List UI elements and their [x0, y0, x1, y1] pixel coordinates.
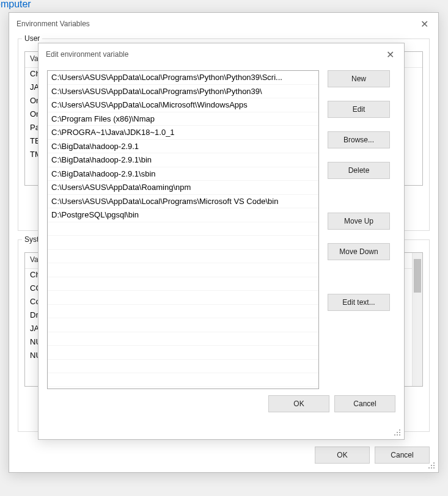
list-item[interactable]: [48, 263, 318, 277]
list-item[interactable]: C:\Users\ASUS\AppData\Local\Programs\Pyt…: [48, 71, 318, 85]
list-item[interactable]: [48, 360, 318, 374]
dialog-titlebar: Environment Variables ✕: [9, 13, 438, 32]
dialog-title: Environment Variables: [17, 20, 90, 28]
dialog-title: Edit environment variable: [46, 50, 128, 59]
list-item[interactable]: [48, 250, 318, 264]
list-item[interactable]: [48, 346, 318, 360]
list-item[interactable]: C:\BigData\hadoop-2.9.1\sbin: [48, 167, 318, 181]
edit-environment-variable-dialog: Edit environment variable ✕ C:\Users\ASU…: [38, 43, 405, 440]
resize-grip-icon: [394, 429, 403, 438]
list-item[interactable]: D:\PostgreSQL\pgsql\bin: [48, 208, 318, 222]
list-item[interactable]: C:\BigData\hadoop-2.9.1\bin: [48, 153, 318, 167]
svg-rect-10: [397, 434, 398, 436]
edit-text-button[interactable]: Edit text...: [328, 294, 390, 311]
browse-button[interactable]: Browse...: [328, 131, 390, 148]
user-group-label: User: [22, 34, 42, 43]
close-icon[interactable]: ✕: [384, 49, 397, 60]
close-icon[interactable]: ✕: [418, 18, 431, 30]
svg-rect-9: [394, 434, 395, 436]
svg-rect-11: [399, 434, 400, 436]
list-item[interactable]: [48, 222, 318, 236]
env-ok-button[interactable]: OK: [315, 447, 370, 464]
list-item[interactable]: C:\Program Files (x86)\Nmap: [48, 112, 318, 126]
edit-button[interactable]: Edit: [328, 101, 390, 118]
svg-rect-7: [397, 432, 398, 433]
list-item[interactable]: C:\PROGRA~1\Java\JDK18~1.0_1: [48, 126, 318, 140]
list-item[interactable]: [48, 291, 318, 305]
delete-button[interactable]: Delete: [328, 162, 390, 179]
scrollbar[interactable]: [412, 253, 422, 386]
breadcrumb-fragment: omputer: [0, 0, 31, 10]
move-down-button[interactable]: Move Down: [328, 243, 390, 260]
dialog-titlebar: Edit environment variable ✕: [39, 43, 404, 63]
ok-button[interactable]: OK: [268, 395, 329, 412]
svg-rect-8: [399, 432, 400, 433]
list-item[interactable]: [48, 332, 318, 346]
list-item[interactable]: C:\Users\ASUS\AppData\Local\Programs\Mic…: [48, 195, 318, 209]
list-item[interactable]: C:\Users\ASUS\AppData\Local\Programs\Pyt…: [48, 85, 318, 99]
list-item[interactable]: [48, 236, 318, 250]
scrollbar-thumb[interactable]: [414, 259, 421, 293]
move-up-button[interactable]: Move Up: [328, 213, 390, 230]
list-item[interactable]: C:\Users\ASUS\AppData\Local\Microsoft\Wi…: [48, 98, 318, 112]
list-item[interactable]: [48, 277, 318, 291]
env-cancel-button[interactable]: Cancel: [375, 447, 430, 464]
new-button[interactable]: New: [328, 70, 390, 87]
list-item[interactable]: C:\BigData\hadoop-2.9.1: [48, 140, 318, 154]
list-item[interactable]: [48, 305, 318, 319]
svg-rect-6: [399, 429, 400, 431]
list-item[interactable]: [48, 373, 318, 387]
list-item[interactable]: C:\Users\ASUS\AppData\Roaming\npm: [48, 181, 318, 195]
list-item[interactable]: [48, 318, 318, 332]
path-entries-list[interactable]: C:\Users\ASUS\AppData\Local\Programs\Pyt…: [47, 70, 319, 389]
cancel-button[interactable]: Cancel: [334, 395, 395, 412]
